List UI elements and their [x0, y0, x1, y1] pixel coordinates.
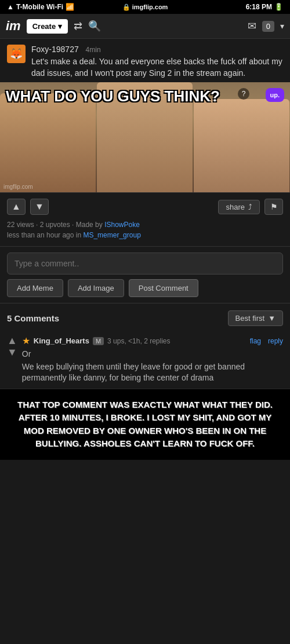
comment-input-area: Add Meme Add Image Post Comment — [0, 247, 290, 303]
nav-bar: im Create ▾ ⇄ 🔍 ✉ 0 ▾ — [0, 14, 290, 39]
post-meta: Foxy-198727 4min Let's make a deal. You … — [31, 45, 283, 79]
comment-actions: Add Meme Add Image Post Comment — [7, 279, 283, 297]
create-label: Create — [32, 22, 56, 31]
comment-user-row: ★ King_of_Hearts M 3 ups, <1h, 2 replies… — [22, 335, 283, 346]
caption-text: THAT TOP COMMENT WAS EXACTLY WHAT WHAT T… — [12, 398, 278, 451]
carrier-info: ▲ T-Mobile Wi-Fi 📶 — [7, 3, 74, 11]
time-display: 6:18 PM — [246, 3, 272, 11]
post-username[interactable]: Foxy-198727 — [31, 45, 79, 54]
site-logo[interactable]: im — [6, 19, 21, 34]
status-bar: ▲ T-Mobile Wi-Fi 📶 🔒 imgflip.com 6:18 PM… — [0, 0, 290, 14]
comment-upvote-button[interactable]: ▲ — [7, 335, 17, 346]
comment-reply-link[interactable]: reply — [268, 337, 283, 345]
share-icon: ⤴ — [248, 203, 252, 211]
add-image-button[interactable]: Add Image — [68, 279, 124, 297]
shuffle-icon[interactable]: ⇄ — [74, 20, 82, 32]
add-image-label: Add Image — [78, 284, 114, 292]
carrier-name: T-Mobile Wi-Fi — [16, 3, 63, 11]
create-button[interactable]: Create ▾ — [27, 19, 68, 34]
flag-icon: ⚑ — [270, 202, 278, 211]
flag-button[interactable]: ⚑ — [264, 199, 283, 215]
stats-dot2: · — [72, 221, 76, 229]
add-meme-label: Add Meme — [17, 284, 53, 292]
create-chevron-icon: ▾ — [58, 22, 62, 31]
view-count: 22 views — [7, 221, 34, 229]
meme-image: WHAT DO YOU GUYS THINK? ? up. imgflip.co… — [0, 82, 290, 192]
comment-downvote-button[interactable]: ▼ — [7, 347, 17, 357]
signal-icon: ▲ — [7, 3, 14, 11]
comment-body: ★ King_of_Hearts M 3 ups, <1h, 2 replies… — [22, 335, 283, 384]
lock-icon: 🔒 — [122, 3, 130, 10]
mod-badge: M — [93, 337, 104, 345]
post-comment-label: Post Comment — [139, 284, 188, 292]
wifi-icon: 📶 — [66, 3, 74, 11]
comments-count: 5 Comments — [7, 313, 59, 323]
post-time: 4min — [86, 46, 101, 54]
share-label: share — [226, 203, 245, 211]
add-meme-button[interactable]: Add Meme — [7, 279, 63, 297]
sort-button[interactable]: Best first ▼ — [228, 310, 283, 326]
group-link[interactable]: MS_memer_group — [83, 231, 140, 239]
url-bar: 🔒 imgflip.com — [122, 3, 168, 11]
comment-flag-link[interactable]: flag — [250, 337, 261, 345]
vote-row: ▲ ▼ share ⤴ ⚑ — [7, 199, 283, 215]
comment-vote-col: ▲ ▼ — [7, 335, 17, 357]
sort-label: Best first — [235, 314, 265, 323]
meme-container: WHAT DO YOU GUYS THINK? ? up. imgflip.co… — [0, 82, 290, 192]
logo-badge-text: up. — [270, 92, 280, 98]
caption-area: THAT TOP COMMENT WAS EXACTLY WHAT WHAT T… — [0, 389, 290, 460]
comment-username[interactable]: King_of_Hearts — [34, 336, 89, 345]
star-icon: ★ — [22, 335, 30, 346]
mail-icon[interactable]: ✉ — [248, 20, 256, 32]
share-button[interactable]: share ⤴ — [218, 200, 260, 214]
battery-area: 6:18 PM 🔋 — [246, 3, 283, 11]
meme-top-text: WHAT DO YOU GUYS THINK? — [6, 88, 220, 105]
notification-count[interactable]: 0 — [262, 21, 274, 32]
posted-in-label: less than an hour ago in — [7, 231, 81, 239]
comment-line1: Or — [22, 349, 283, 360]
comment-input[interactable] — [7, 253, 283, 275]
made-by-label: Made by — [76, 221, 103, 229]
post-text: Let's make a deal. You and everyone else… — [31, 56, 283, 79]
action-bar: ▲ ▼ share ⤴ ⚑ 22 views · 2 upvotes · Mad… — [0, 192, 290, 247]
imgflip-watermark: imgflip.com — [3, 184, 33, 190]
post-header: 🦊 Foxy-198727 4min Let's make a deal. Yo… — [0, 39, 290, 82]
post-comment-button[interactable]: Post Comment — [129, 279, 198, 297]
comment-item: ▲ ▼ ★ King_of_Hearts M 3 ups, <1h, 2 rep… — [0, 331, 290, 389]
post-stats: 22 views · 2 upvotes · Made by IShowPoke… — [7, 219, 283, 240]
figure-3 — [194, 99, 289, 193]
comment-meta: 3 ups, <1h, 2 replies — [107, 337, 170, 345]
battery-icon: 🔋 — [274, 3, 283, 11]
comment-line2: We keep bullying them until they leave f… — [22, 361, 283, 384]
sort-chevron-icon: ▼ — [268, 314, 276, 323]
figure-1 — [0, 93, 96, 192]
stats-dot: · — [36, 221, 40, 229]
author-link[interactable]: IShowPoke — [104, 221, 140, 229]
comments-header: 5 Comments Best first ▼ — [0, 303, 290, 331]
logo-badge: up. — [266, 88, 285, 102]
upvote-button[interactable]: ▲ — [7, 199, 26, 215]
upvote-count: 2 upvotes — [40, 221, 70, 229]
search-icon[interactable]: 🔍 — [88, 20, 101, 32]
user-avatar: 🦊 — [7, 45, 26, 63]
url-text: imgflip.com — [132, 3, 168, 10]
downvote-button[interactable]: ▼ — [30, 199, 49, 215]
nav-dropdown-icon[interactable]: ▾ — [280, 21, 284, 31]
